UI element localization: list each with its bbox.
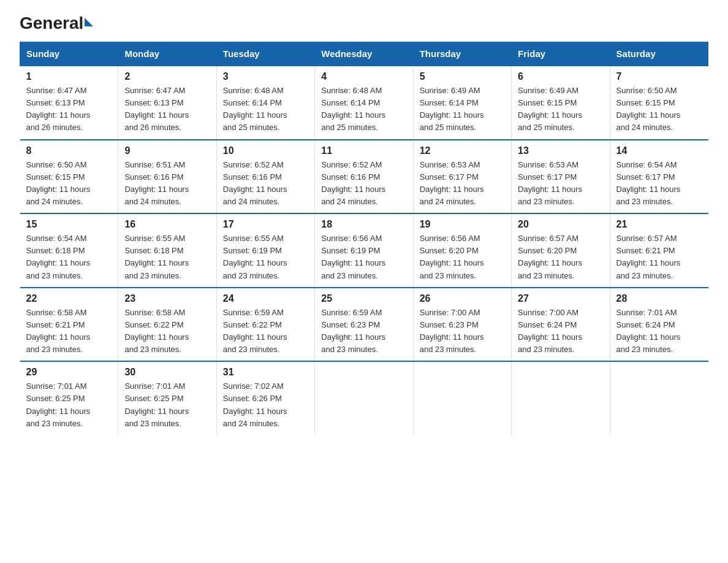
calendar-cell: 18Sunrise: 6:56 AMSunset: 6:19 PMDayligh…: [315, 213, 413, 288]
calendar-cell: 27Sunrise: 7:00 AMSunset: 6:24 PMDayligh…: [512, 288, 610, 362]
day-info: Sunrise: 6:48 AMSunset: 6:14 PMDaylight:…: [223, 85, 308, 134]
day-number: 1: [26, 71, 112, 82]
day-info: Sunrise: 6:49 AMSunset: 6:14 PMDaylight:…: [420, 85, 505, 134]
day-number: 8: [26, 145, 112, 156]
day-info: Sunrise: 6:59 AMSunset: 6:23 PMDaylight:…: [321, 307, 406, 356]
day-info: Sunrise: 7:02 AMSunset: 6:26 PMDaylight:…: [223, 380, 308, 430]
day-info: Sunrise: 7:01 AMSunset: 6:25 PMDaylight:…: [124, 380, 210, 430]
calendar-week-row: 1Sunrise: 6:47 AMSunset: 6:13 PMDaylight…: [20, 66, 708, 140]
logo-general-text: General: [20, 15, 93, 32]
day-number: 2: [124, 71, 210, 82]
day-number: 23: [124, 293, 210, 304]
day-info: Sunrise: 6:58 AMSunset: 6:22 PMDaylight:…: [124, 307, 210, 356]
day-number: 15: [26, 219, 112, 230]
calendar-cell: 21Sunrise: 6:57 AMSunset: 6:21 PMDayligh…: [610, 213, 708, 288]
day-number: 11: [321, 145, 406, 156]
day-number: 10: [223, 145, 308, 156]
calendar-cell: 4Sunrise: 6:48 AMSunset: 6:14 PMDaylight…: [315, 66, 413, 140]
day-number: 28: [616, 293, 702, 304]
day-info: Sunrise: 6:52 AMSunset: 6:16 PMDaylight:…: [223, 159, 308, 209]
day-info: Sunrise: 6:51 AMSunset: 6:16 PMDaylight:…: [124, 159, 210, 209]
calendar-cell: 13Sunrise: 6:53 AMSunset: 6:17 PMDayligh…: [512, 140, 610, 214]
calendar-week-row: 8Sunrise: 6:50 AMSunset: 6:15 PMDaylight…: [20, 140, 708, 214]
day-of-week-header: Friday: [512, 42, 610, 66]
day-number: 30: [124, 367, 210, 378]
calendar-cell: 14Sunrise: 6:54 AMSunset: 6:17 PMDayligh…: [610, 140, 708, 214]
day-number: 25: [321, 293, 406, 304]
day-number: 5: [420, 71, 505, 82]
day-number: 16: [124, 219, 210, 230]
calendar-cell: 15Sunrise: 6:54 AMSunset: 6:18 PMDayligh…: [20, 213, 118, 288]
day-info: Sunrise: 6:56 AMSunset: 6:19 PMDaylight:…: [321, 232, 406, 282]
day-info: Sunrise: 6:53 AMSunset: 6:17 PMDaylight:…: [518, 159, 603, 209]
day-number: 20: [518, 219, 603, 230]
day-info: Sunrise: 7:00 AMSunset: 6:23 PMDaylight:…: [420, 307, 505, 356]
day-number: 6: [518, 71, 603, 82]
day-info: Sunrise: 6:55 AMSunset: 6:18 PMDaylight:…: [124, 232, 210, 282]
day-number: 9: [124, 145, 210, 156]
calendar-cell: 25Sunrise: 6:59 AMSunset: 6:23 PMDayligh…: [315, 288, 413, 362]
calendar-body: 1Sunrise: 6:47 AMSunset: 6:13 PMDaylight…: [20, 66, 708, 435]
calendar-cell: [413, 361, 511, 435]
calendar-cell: 17Sunrise: 6:55 AMSunset: 6:19 PMDayligh…: [216, 213, 314, 288]
day-info: Sunrise: 6:53 AMSunset: 6:17 PMDaylight:…: [420, 159, 505, 209]
calendar-cell: 16Sunrise: 6:55 AMSunset: 6:18 PMDayligh…: [118, 213, 216, 288]
logo: General: [20, 15, 93, 32]
calendar-cell: [512, 361, 610, 435]
day-number: 3: [223, 71, 308, 82]
day-number: 22: [26, 293, 112, 304]
page-header: General: [20, 15, 708, 32]
day-info: Sunrise: 7:01 AMSunset: 6:24 PMDaylight:…: [616, 307, 702, 356]
calendar-cell: 10Sunrise: 6:52 AMSunset: 6:16 PMDayligh…: [216, 140, 314, 214]
calendar-cell: [610, 361, 708, 435]
calendar-cell: 1Sunrise: 6:47 AMSunset: 6:13 PMDaylight…: [20, 66, 118, 140]
day-number: 18: [321, 219, 406, 230]
day-of-week-header: Wednesday: [315, 42, 413, 66]
calendar-cell: 29Sunrise: 7:01 AMSunset: 6:25 PMDayligh…: [20, 361, 118, 435]
calendar-cell: 24Sunrise: 6:59 AMSunset: 6:22 PMDayligh…: [216, 288, 314, 362]
day-info: Sunrise: 6:56 AMSunset: 6:20 PMDaylight:…: [420, 232, 505, 282]
calendar-cell: 20Sunrise: 6:57 AMSunset: 6:20 PMDayligh…: [512, 213, 610, 288]
day-info: Sunrise: 6:54 AMSunset: 6:17 PMDaylight:…: [616, 159, 702, 209]
day-of-week-header: Tuesday: [216, 42, 314, 66]
calendar-table: SundayMondayTuesdayWednesdayThursdayFrid…: [20, 42, 708, 435]
day-of-week-header: Saturday: [610, 42, 708, 66]
day-info: Sunrise: 6:57 AMSunset: 6:21 PMDaylight:…: [616, 232, 702, 282]
day-of-week-header: Sunday: [20, 42, 118, 66]
calendar-cell: 22Sunrise: 6:58 AMSunset: 6:21 PMDayligh…: [20, 288, 118, 362]
day-number: 4: [321, 71, 406, 82]
calendar-header: SundayMondayTuesdayWednesdayThursdayFrid…: [20, 42, 708, 66]
day-info: Sunrise: 6:57 AMSunset: 6:20 PMDaylight:…: [518, 232, 603, 282]
day-info: Sunrise: 6:54 AMSunset: 6:18 PMDaylight:…: [26, 232, 112, 282]
day-number: 21: [616, 219, 702, 230]
day-number: 17: [223, 219, 308, 230]
day-header-row: SundayMondayTuesdayWednesdayThursdayFrid…: [20, 42, 708, 66]
day-info: Sunrise: 6:58 AMSunset: 6:21 PMDaylight:…: [26, 307, 112, 356]
day-info: Sunrise: 6:47 AMSunset: 6:13 PMDaylight:…: [124, 85, 210, 134]
day-info: Sunrise: 7:01 AMSunset: 6:25 PMDaylight:…: [26, 380, 112, 430]
day-of-week-header: Thursday: [413, 42, 511, 66]
day-number: 27: [518, 293, 603, 304]
calendar-cell: 7Sunrise: 6:50 AMSunset: 6:15 PMDaylight…: [610, 66, 708, 140]
day-number: 31: [223, 367, 308, 378]
calendar-cell: 28Sunrise: 7:01 AMSunset: 6:24 PMDayligh…: [610, 288, 708, 362]
day-info: Sunrise: 7:00 AMSunset: 6:24 PMDaylight:…: [518, 307, 603, 356]
day-info: Sunrise: 6:52 AMSunset: 6:16 PMDaylight:…: [321, 159, 406, 209]
calendar-cell: 5Sunrise: 6:49 AMSunset: 6:14 PMDaylight…: [413, 66, 511, 140]
calendar-cell: 12Sunrise: 6:53 AMSunset: 6:17 PMDayligh…: [413, 140, 511, 214]
calendar-cell: 8Sunrise: 6:50 AMSunset: 6:15 PMDaylight…: [20, 140, 118, 214]
calendar-cell: 26Sunrise: 7:00 AMSunset: 6:23 PMDayligh…: [413, 288, 511, 362]
day-info: Sunrise: 6:49 AMSunset: 6:15 PMDaylight:…: [518, 85, 603, 134]
calendar-cell: [315, 361, 413, 435]
day-number: 24: [223, 293, 308, 304]
calendar-cell: 3Sunrise: 6:48 AMSunset: 6:14 PMDaylight…: [216, 66, 314, 140]
day-number: 19: [420, 219, 505, 230]
day-of-week-header: Monday: [118, 42, 216, 66]
day-info: Sunrise: 6:48 AMSunset: 6:14 PMDaylight:…: [321, 85, 406, 134]
calendar-cell: 31Sunrise: 7:02 AMSunset: 6:26 PMDayligh…: [216, 361, 314, 435]
calendar-cell: 2Sunrise: 6:47 AMSunset: 6:13 PMDaylight…: [118, 66, 216, 140]
logo-arrow-icon: [85, 18, 93, 26]
day-number: 26: [420, 293, 505, 304]
calendar-cell: 23Sunrise: 6:58 AMSunset: 6:22 PMDayligh…: [118, 288, 216, 362]
day-number: 14: [616, 145, 702, 156]
